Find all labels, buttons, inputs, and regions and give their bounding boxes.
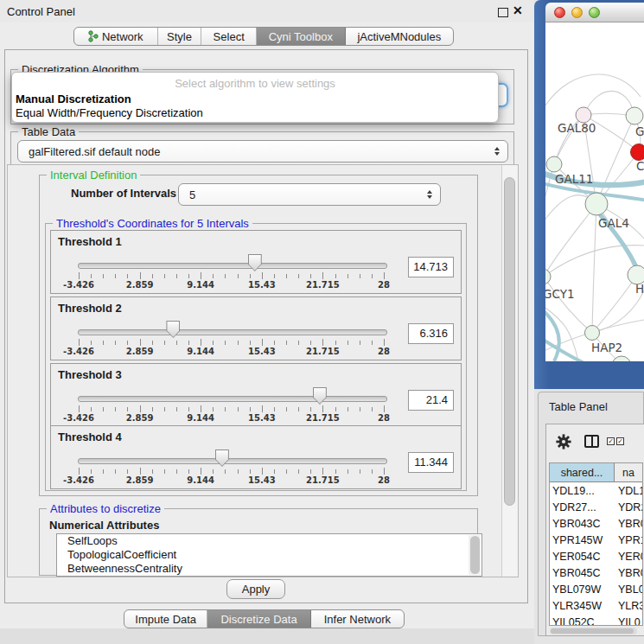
- slider-track[interactable]: [78, 458, 387, 464]
- popup-option-manual-discretization[interactable]: Manual Discretization: [16, 92, 131, 105]
- horizontal-scrollbar-thumb[interactable]: [551, 628, 634, 634]
- cell-name[interactable]: YPR1: [615, 534, 642, 546]
- tab-label: Network: [102, 30, 143, 43]
- slider-tick: [213, 407, 214, 411]
- vertical-scrollbar-thumb[interactable]: [504, 177, 515, 506]
- tab-infer-network[interactable]: Infer Network: [311, 610, 404, 628]
- column-header-shared-name[interactable]: shared...: [550, 463, 615, 482]
- slider-tick: [103, 407, 104, 411]
- slider-thumb[interactable]: [313, 387, 327, 405]
- table-row: YER054CYER0: [550, 548, 642, 564]
- cell-shared-name[interactable]: YIL052C: [550, 616, 615, 627]
- tick-label: 15.43: [248, 280, 276, 290]
- network-node-selected[interactable]: [631, 144, 644, 161]
- slider-tick: [298, 407, 299, 411]
- network-node[interactable]: [612, 356, 631, 361]
- tick-label: 28: [378, 280, 390, 290]
- table-body: YDL19...YDL1YDR27...YDR2YBR043CYBR0YPR14…: [550, 482, 642, 626]
- slider-track[interactable]: [78, 396, 387, 402]
- network-window-titlebar[interactable]: [545, 3, 644, 22]
- slider-tick: [372, 407, 373, 411]
- num-intervals-spinner[interactable]: 5: [178, 183, 441, 206]
- cell-shared-name[interactable]: YER054C: [550, 551, 615, 563]
- close-icon[interactable]: ✕: [513, 3, 523, 17]
- cell-name[interactable]: YBR0: [615, 567, 642, 579]
- cell-shared-name[interactable]: YBR045C: [550, 567, 615, 579]
- tab-impute-data[interactable]: Impute Data: [124, 610, 207, 628]
- slider-thumb[interactable]: [248, 254, 262, 271]
- cell-name[interactable]: YIL0: [615, 616, 642, 627]
- threshold-value-field[interactable]: 6.316: [408, 323, 454, 344]
- slider-tick: [79, 468, 80, 475]
- float-window-icon[interactable]: [498, 8, 508, 17]
- minimize-traffic-light-icon[interactable]: [571, 7, 583, 18]
- attribute-list-item[interactable]: TopologicalCoefficient: [57, 548, 481, 562]
- checkbox-icon[interactable]: ✓: [616, 437, 624, 445]
- popup-hint: Select algorithm to view settings: [12, 77, 498, 90]
- slider-tick: [262, 272, 263, 279]
- cell-name[interactable]: YDL1: [615, 485, 642, 497]
- tick-label: 28: [378, 413, 390, 423]
- cell-name[interactable]: YBR0: [615, 518, 642, 530]
- tick-label: 2.859: [126, 347, 154, 356]
- tab-cyni-toolbox[interactable]: Cyni Toolbox: [257, 28, 346, 45]
- tab-style[interactable]: Style: [158, 28, 202, 45]
- slider-thumb[interactable]: [215, 450, 229, 467]
- close-traffic-light-icon[interactable]: [554, 7, 565, 18]
- cell-name[interactable]: YDR2: [615, 501, 642, 513]
- list-scrollbar-thumb[interactable]: [470, 536, 480, 574]
- threshold-value-field[interactable]: 21.4: [408, 390, 454, 411]
- apply-button[interactable]: Apply: [226, 579, 285, 599]
- gear-icon[interactable]: [556, 434, 571, 450]
- zoom-traffic-light-icon[interactable]: [589, 7, 600, 18]
- slider-tick: [188, 341, 189, 345]
- table-row: YLR345WYLR3: [550, 597, 642, 614]
- cell-shared-name[interactable]: YDL19...: [550, 485, 615, 497]
- tab-select[interactable]: Select: [201, 28, 257, 45]
- network-node[interactable]: [585, 326, 600, 341]
- threshold-value-field[interactable]: 14.713: [408, 257, 454, 277]
- slider-tick: [188, 407, 189, 411]
- network-node[interactable]: [626, 107, 643, 124]
- cell-shared-name[interactable]: YPR145W: [550, 534, 615, 546]
- cell-name[interactable]: YBL0: [615, 583, 642, 596]
- slider-thumb[interactable]: [166, 321, 180, 338]
- tab-jactivemnodules[interactable]: jActiveMNodules: [346, 28, 453, 45]
- network-node[interactable]: [545, 269, 551, 284]
- slider-tick: [360, 341, 360, 345]
- threshold-value-field[interactable]: 11.344: [408, 452, 454, 473]
- column-header-name[interactable]: na: [615, 463, 642, 482]
- slider-tick: [274, 274, 275, 278]
- checkbox-icon[interactable]: ✓: [607, 437, 615, 445]
- slider-track[interactable]: [78, 263, 387, 269]
- tab-discretize-data[interactable]: Discretize Data: [207, 610, 310, 628]
- cell-shared-name[interactable]: YLR345W: [550, 600, 615, 612]
- column-browser-icon[interactable]: [584, 435, 599, 448]
- slider-tick: [225, 469, 226, 474]
- cell-shared-name[interactable]: YBR043C: [550, 518, 615, 530]
- tab-network[interactable]: Network: [74, 28, 158, 45]
- popup-option-equal-width[interactable]: Equal Width/Frequency Discretization: [16, 106, 203, 119]
- slider-tick: [310, 469, 311, 474]
- node-label: HAP2: [591, 341, 622, 354]
- slider-tick: [372, 469, 373, 474]
- attribute-list-item[interactable]: BetweennessCentrality: [57, 562, 481, 576]
- attributes-group-title: Attributes to discretize: [47, 502, 164, 515]
- threshold-label: Threshold 1: [58, 235, 122, 248]
- list-scrollbar[interactable]: [469, 535, 481, 575]
- network-node[interactable]: [546, 156, 562, 172]
- table-panel-title: Table Panel: [549, 400, 608, 413]
- slider-track[interactable]: [78, 329, 387, 335]
- cell-shared-name[interactable]: YDR27...: [550, 501, 615, 513]
- slider-tick: [164, 274, 165, 278]
- network-node[interactable]: [585, 193, 608, 215]
- slider-tick: [188, 469, 189, 474]
- slider-tick: [115, 274, 116, 278]
- attribute-list-item[interactable]: SelfLoops: [57, 534, 481, 548]
- cell-name[interactable]: YER0: [615, 551, 642, 563]
- table-data-combobox[interactable]: galFiltered.sif default node: [17, 140, 508, 163]
- cell-name[interactable]: YLR3: [615, 600, 642, 612]
- cell-shared-name[interactable]: YBL079W: [550, 583, 615, 596]
- network-view[interactable]: GAL80 GA C GAL11 GAL4 H GCY1 HAP2: [545, 22, 644, 361]
- horizontal-scrollbar[interactable]: [550, 628, 637, 634]
